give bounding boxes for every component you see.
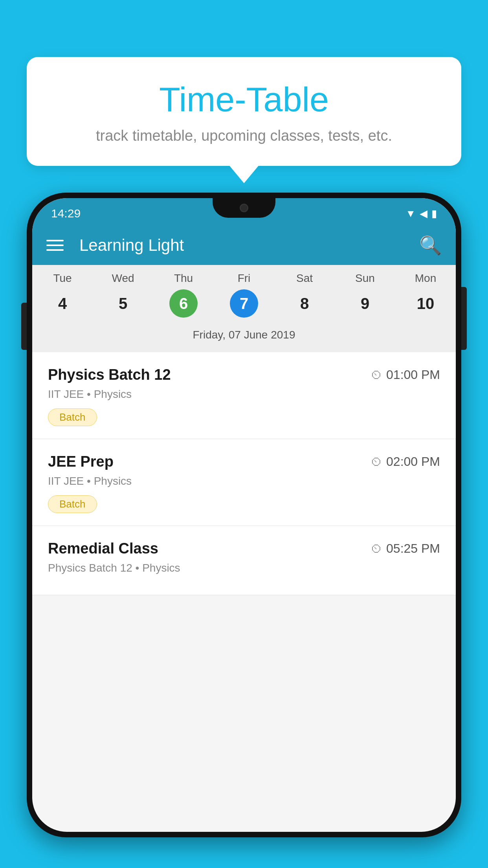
schedule-title-1: Physics Batch 12 [48,366,171,383]
status-time: 14:29 [51,207,81,220]
search-icon[interactable]: 🔍 [419,235,442,256]
batch-badge-2: Batch [48,495,97,513]
wifi-icon: ▼ [405,208,416,220]
date-5[interactable]: 5 [93,289,153,318]
app-bar: Learning Light 🔍 [32,226,456,265]
tooltip-subtitle: track timetable, upcoming classes, tests… [46,127,442,144]
phone-screen: 14:29 ▼ ◀ ▮ Learning Light 🔍 [32,198,456,832]
weekday-thu: Thu [153,272,214,285]
hamburger-line [46,249,64,251]
schedule-item-header-1: Physics Batch 12 ⏲ 01:00 PM [48,366,440,383]
hamburger-menu[interactable] [46,240,64,251]
date-7[interactable]: 7 [214,289,274,318]
battery-icon: ▮ [431,208,437,220]
hamburger-line [46,240,64,241]
calendar-section: Tue Wed Thu Fri Sat Sun Mon 4 5 6 7 8 9 … [32,265,456,352]
date-row: 4 5 6 7 8 9 10 [32,288,456,325]
weekday-wed: Wed [93,272,153,285]
date-6[interactable]: 6 [153,289,214,318]
schedule-item-3[interactable]: Remedial Class ⏲ 05:25 PM Physics Batch … [32,526,456,595]
schedule-time-2: ⏲ 02:00 PM [371,454,440,469]
phone-outer: 14:29 ▼ ◀ ▮ Learning Light 🔍 [27,193,461,837]
clock-icon-3: ⏲ [371,542,382,555]
date-9[interactable]: 9 [335,289,395,318]
schedule-time-value-2: 02:00 PM [386,454,440,469]
tooltip-title: Time-Table [46,81,442,119]
schedule-list: Physics Batch 12 ⏲ 01:00 PM IIT JEE • Ph… [32,352,456,595]
phone-wrapper: 14:29 ▼ ◀ ▮ Learning Light 🔍 [27,193,461,868]
schedule-time-3: ⏲ 05:25 PM [371,541,440,556]
weekday-fri: Fri [214,272,274,285]
weekday-sat: Sat [274,272,335,285]
notch [213,198,275,218]
weekday-row: Tue Wed Thu Fri Sat Sun Mon [32,265,456,288]
notch-camera [240,204,248,212]
schedule-time-1: ⏲ 01:00 PM [371,368,440,382]
schedule-title-3: Remedial Class [48,540,158,557]
date-8[interactable]: 8 [274,289,335,318]
weekday-sun: Sun [335,272,395,285]
schedule-meta-1: IIT JEE • Physics [48,388,440,401]
schedule-meta-3: Physics Batch 12 • Physics [48,562,440,574]
clock-icon-1: ⏲ [371,368,382,382]
schedule-item-2[interactable]: JEE Prep ⏲ 02:00 PM IIT JEE • Physics Ba… [32,439,456,526]
weekday-tue: Tue [32,272,93,285]
clock-icon-2: ⏲ [371,455,382,469]
schedule-item-header-2: JEE Prep ⏲ 02:00 PM [48,453,440,470]
schedule-time-value-1: 01:00 PM [386,368,440,382]
schedule-meta-2: IIT JEE • Physics [48,475,440,487]
hamburger-line [46,245,64,246]
selected-date: Friday, 07 June 2019 [32,325,456,348]
schedule-item-1[interactable]: Physics Batch 12 ⏲ 01:00 PM IIT JEE • Ph… [32,352,456,439]
signal-icon: ◀ [420,208,427,220]
schedule-time-value-3: 05:25 PM [386,541,440,556]
status-icons: ▼ ◀ ▮ [405,208,437,220]
schedule-item-header-3: Remedial Class ⏲ 05:25 PM [48,540,440,557]
batch-badge-1: Batch [48,408,97,426]
app-title: Learning Light [75,236,407,255]
schedule-title-2: JEE Prep [48,453,114,470]
date-4[interactable]: 4 [32,289,93,318]
weekday-mon: Mon [395,272,456,285]
tooltip-card: Time-Table track timetable, upcoming cla… [27,57,461,166]
date-10[interactable]: 10 [395,289,456,318]
